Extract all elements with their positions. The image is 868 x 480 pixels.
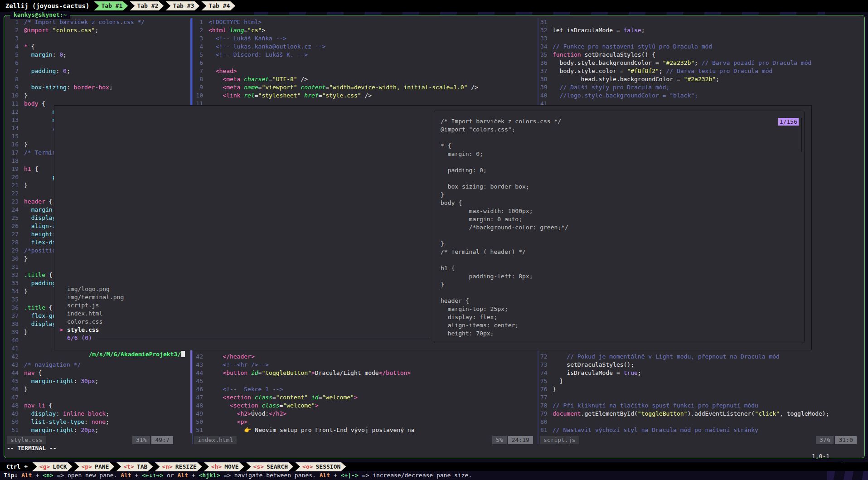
keybind-search[interactable]: <s>SEARCH [246, 462, 293, 471]
line-number: 34 [5, 287, 19, 296]
line-number: 19 [5, 165, 19, 173]
list-item-selected[interactable]: >style.css [54, 326, 426, 334]
line-number: 34 [540, 43, 547, 51]
code-line: 7 <head> [195, 67, 537, 75]
code-line: 51 👉 Neovim setup pro Front-End vývoj po… [195, 426, 537, 434]
tab-tab-4[interactable]: Tab #4 [201, 1, 235, 10]
code-line: 34// Funkce pro nastavení stylů pro Drac… [540, 43, 863, 51]
cursor-position: 24:19 [508, 436, 533, 444]
line-number: 1 [195, 18, 203, 26]
keybind-session[interactable]: <o>SESSION [295, 462, 346, 471]
line-number: 36 [5, 304, 19, 312]
line-number: 50 [5, 418, 19, 426]
code-line: 4* { [5, 43, 192, 51]
code-line: 42 </header> [195, 353, 537, 361]
code-line: 50 list-style-type: none; [5, 418, 192, 426]
line-number: 12 [5, 108, 19, 116]
fzf-match-counter: 6/6 (0) [67, 334, 92, 342]
line-number: 26 [5, 222, 19, 230]
session-name: Zellij (joyous-cactus) [5, 2, 89, 10]
fzf-preview-window: 1/156 /* Import barviček z colors.css */… [434, 111, 805, 343]
terminal-frame: kankys@skynet:~ 1/* Import barviček z co… [4, 15, 865, 458]
ruler-position: 1,0-1 [812, 453, 829, 460]
preview-line: header { [441, 297, 568, 305]
line-number: 23 [5, 198, 19, 206]
line-number: 43 [5, 361, 19, 369]
list-item[interactable]: img/terminal.png [54, 293, 426, 301]
code-line: 32let isDraculaMode = false; [540, 26, 863, 34]
preview-line: /* Import barviček z colors.css */ [441, 117, 568, 126]
preview-content: /* Import barviček z colors.css */@impor… [441, 117, 568, 338]
preview-line: margin-top: 25px; [441, 305, 568, 313]
line-number: 6 [195, 59, 203, 67]
line-number: 1 [5, 18, 19, 26]
code-line: 49 display: inline-block; [5, 410, 192, 418]
statusline-filename: style.css [7, 436, 46, 444]
list-item[interactable]: img/logo.png [54, 285, 426, 293]
keybind-lock[interactable]: <g>LOCK [32, 462, 73, 471]
line-number: 36 [540, 59, 547, 67]
scroll-percent: 5% [492, 436, 507, 444]
line-number: 33 [540, 34, 547, 43]
statusline-filename: index.html [194, 436, 237, 444]
keybind-move[interactable]: <h>MOVE [204, 462, 244, 471]
keybind-tab[interactable]: <t>TAB [116, 462, 153, 471]
line-number: 5 [5, 51, 19, 59]
fzf-prompt-path: /m/s/M/G/AkademieProjekt3/ [89, 351, 181, 358]
preview-line: body { [441, 199, 568, 207]
scrollbar-thumb[interactable] [190, 18, 192, 109]
preview-scrollbar[interactable] [801, 118, 802, 152]
line-number: 10 [195, 92, 203, 100]
code-line: 3 <!-- Lukáš Kaňka --> [195, 34, 537, 43]
tab-tab-2[interactable]: Tab #2 [130, 1, 164, 10]
code-line: 81// Nastavit výchozí styl na Dracula mó… [540, 426, 863, 434]
tab-tab-3[interactable]: Tab #3 [165, 1, 199, 10]
preview-line: margin: 0 auto; [441, 215, 568, 223]
line-number: 6 [5, 59, 19, 67]
preview-line: padding: 0; [441, 166, 568, 175]
line-number: 30 [5, 255, 19, 263]
line-number: 47 [195, 393, 203, 402]
line-number: 40 [540, 92, 547, 100]
code-line: 8 [5, 75, 192, 83]
preview-line: padding-left: 8px; [441, 272, 568, 281]
keybinding-bar: Ctrl + <g>LOCK<p>PANE<t>TAB<n>RESIZE<h>M… [0, 462, 868, 471]
line-number: 8 [5, 75, 19, 83]
keybind-resize[interactable]: <n>RESIZE [155, 462, 202, 471]
tab-bar: Zellij (joyous-cactus) Tab #1Tab #2Tab #… [0, 0, 868, 12]
keybind-pane[interactable]: <p>PANE [74, 462, 115, 471]
code-line: 8 <meta charset="UTF-8" /> [195, 75, 537, 83]
tab-tab-1[interactable]: Tab #1 [94, 1, 128, 10]
code-line: 37 body.style.color = "#f8f8f2"; // Barv… [540, 67, 863, 75]
code-line: 47 [5, 393, 192, 402]
line-number: 3 [195, 34, 203, 43]
code-line: 6 [5, 59, 192, 67]
line-number: 73 [540, 361, 547, 369]
line-number: 76 [540, 385, 547, 393]
code-line: 80 [540, 418, 863, 426]
code-line: 43/* navigation */ [5, 361, 192, 369]
scrollbar-thumb[interactable] [190, 349, 192, 433]
line-number: 8 [195, 75, 203, 83]
cursor-position: 49:7 [151, 436, 173, 444]
line-number: 38 [5, 320, 19, 328]
list-item[interactable]: index.html [54, 310, 426, 318]
code-line: 10} [5, 92, 192, 100]
code-line: 75 } [540, 377, 863, 385]
code-line: 79document.getElementById("toggleButton"… [540, 410, 863, 418]
list-item[interactable]: script.js [54, 301, 426, 310]
code-line: 49 <h2>Úvod:</h2> [195, 410, 537, 418]
code-line: 40 //logo.style.backgroundColor = "black… [540, 92, 863, 100]
code-line: 6 [195, 59, 537, 67]
line-number: 35 [540, 51, 547, 59]
line-number: 78 [540, 402, 547, 410]
preview-line: max-width: 1000px; [441, 207, 568, 215]
line-number: 50 [195, 418, 203, 426]
list-item[interactable]: colors.css [54, 318, 426, 326]
line-number: 51 [195, 426, 203, 434]
line-number: 44 [195, 369, 203, 377]
fzf-prompt-input[interactable]: /m/s/M/G/AkademieProjekt3/ [60, 342, 185, 350]
line-number: 51 [5, 426, 19, 434]
line-number: 5 [195, 51, 203, 59]
line-number: 47 [5, 393, 19, 402]
